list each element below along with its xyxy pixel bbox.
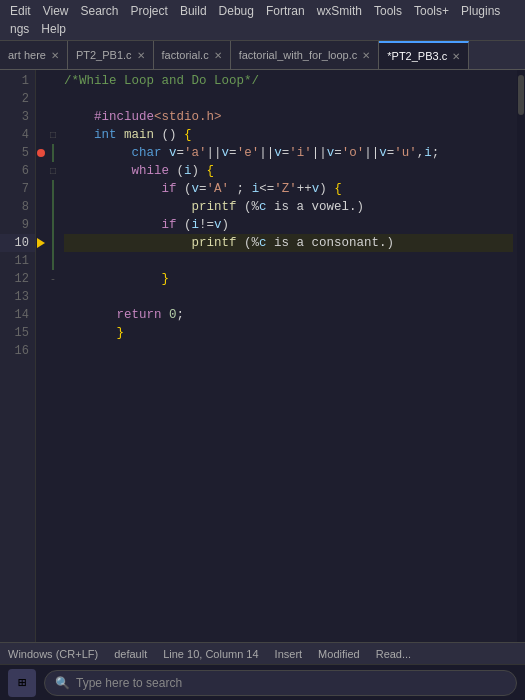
fold-15 [46,324,60,342]
search-icon: 🔍 [55,676,70,690]
menu-project[interactable]: Project [125,2,174,20]
bp-3[interactable] [36,108,46,126]
bp-4[interactable] [36,126,46,144]
breakpoint-column [36,70,46,642]
bp-15[interactable] [36,324,46,342]
fold-line-5 [52,144,54,162]
code-line-10: printf ( % c is a consonant.) [64,234,513,252]
fold-16 [46,342,60,360]
search-placeholder-text: Type here to search [76,676,182,690]
menu-build[interactable]: Build [174,2,213,20]
fold-14 [46,306,60,324]
ln-7: 7 [0,180,35,198]
bp-12[interactable] [36,270,46,288]
tabbar: art here ✕ PT2_PB1.c ✕ factorial.c ✕ fac… [0,41,525,70]
scroll-thumb[interactable] [518,75,524,115]
ln-9: 9 [0,216,35,234]
menu-help[interactable]: Help [35,20,72,38]
code-line-12: } [64,270,513,288]
menu-search[interactable]: Search [74,2,124,20]
ln-5: 5 [0,144,35,162]
line-number-gutter: 1 2 3 4 5 6 7 8 9 10 11 12 13 14 15 16 [0,70,36,642]
tab-close-pt2pb3[interactable]: ✕ [452,51,460,62]
bp-9[interactable] [36,216,46,234]
status-readonly: Read... [376,648,411,660]
code-line-3: #include<stdio.h> [64,108,513,126]
code-line-15: } [64,324,513,342]
menu-plugins[interactable]: Plugins [455,2,506,20]
menu-ngs[interactable]: ngs [4,20,35,38]
status-insert: Insert [275,648,303,660]
ln-11: 11 [0,252,35,270]
bp-2[interactable] [36,90,46,108]
menubar: Edit View Search Project Build Debug For… [0,0,525,41]
code-line-14: return 0 ; [64,306,513,324]
fold-4[interactable]: □ [46,126,60,144]
code-editor[interactable]: /*While Loop and Do Loop*/ #include<stdi… [60,70,517,642]
tab-pt2pb1[interactable]: PT2_PB1.c ✕ [68,41,154,69]
status-position: Line 10, Column 14 [163,648,258,660]
scrollbar[interactable] [517,70,525,642]
menu-toolsplus[interactable]: Tools+ [408,2,455,20]
code-line-5: char v = 'a' || v = 'e' || v = 'i' || v … [64,144,513,162]
tab-arthere[interactable]: art here ✕ [0,41,68,69]
menu-wxsmith[interactable]: wxSmith [311,2,368,20]
fold-line-8 [52,198,54,216]
ln-14: 14 [0,306,35,324]
fold-3 [46,108,60,126]
fold-line-7 [52,180,54,198]
tab-factorial[interactable]: factorial.c ✕ [154,41,231,69]
fold-column: □ □ - [46,70,60,642]
menu-view[interactable]: View [37,2,75,20]
bp-16[interactable] [36,342,46,360]
fold-6[interactable]: □ [46,162,60,180]
code-line-16 [64,342,513,360]
ln-8: 8 [0,198,35,216]
code-line-1: /*While Loop and Do Loop*/ [64,72,513,90]
status-encoding: Windows (CR+LF) [8,648,98,660]
bp-7[interactable] [36,180,46,198]
menu-debug[interactable]: Debug [213,2,260,20]
tab-factorial-for[interactable]: factorial_with_for_loop.c ✕ [231,41,380,69]
ln-16: 16 [0,342,35,360]
bp-13[interactable] [36,288,46,306]
statusbar: Windows (CR+LF) default Line 10, Column … [0,642,525,664]
fold-2 [46,90,60,108]
editor: 1 2 3 4 5 6 7 8 9 10 11 12 13 14 15 16 [0,70,525,642]
ln-1: 1 [0,72,35,90]
menu-fortran[interactable]: Fortran [260,2,311,20]
fold-line-10 [52,234,54,252]
start-button[interactable]: ⊞ [8,669,36,697]
ln-3: 3 [0,108,35,126]
tab-pt2pb3[interactable]: *PT2_PB3.c ✕ [379,41,469,69]
bp-6[interactable] [36,162,46,180]
bp-10[interactable] [36,234,46,252]
fold-12: - [46,270,60,288]
status-language: default [114,648,147,660]
bp-1[interactable] [36,72,46,90]
code-line-4: int main () { [64,126,513,144]
bp-14[interactable] [36,306,46,324]
ln-12: 12 [0,270,35,288]
ln-4: 4 [0,126,35,144]
tab-close-arthere[interactable]: ✕ [51,50,59,61]
code-line-6: while ( i ) { [64,162,513,180]
code-line-2 [64,90,513,108]
menu-edit[interactable]: Edit [4,2,37,20]
bp-8[interactable] [36,198,46,216]
taskbar-search-box[interactable]: 🔍 Type here to search [44,670,517,696]
windows-icon: ⊞ [18,674,26,691]
taskbar: ⊞ 🔍 Type here to search [0,664,525,700]
status-modified: Modified [318,648,360,660]
tab-close-factorial[interactable]: ✕ [214,50,222,61]
tab-close-pt2pb1[interactable]: ✕ [137,50,145,61]
code-line-8: printf ( % c is a vowel.) [64,198,513,216]
ln-2: 2 [0,90,35,108]
tab-close-factorial-for[interactable]: ✕ [362,50,370,61]
bp-5[interactable] [36,144,46,162]
menu-tools[interactable]: Tools [368,2,408,20]
bp-11[interactable] [36,252,46,270]
fold-line-11 [52,252,54,270]
fold-1 [46,72,60,90]
ln-15: 15 [0,324,35,342]
